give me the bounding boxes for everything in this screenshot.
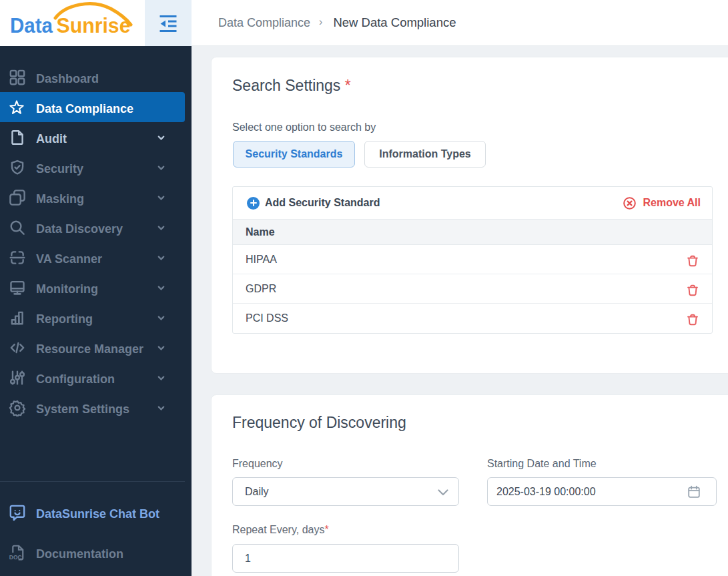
svg-text:Data: Data — [10, 14, 53, 37]
svg-text:DOC: DOC — [9, 554, 21, 561]
svg-text:Sunrise: Sunrise — [57, 14, 131, 37]
